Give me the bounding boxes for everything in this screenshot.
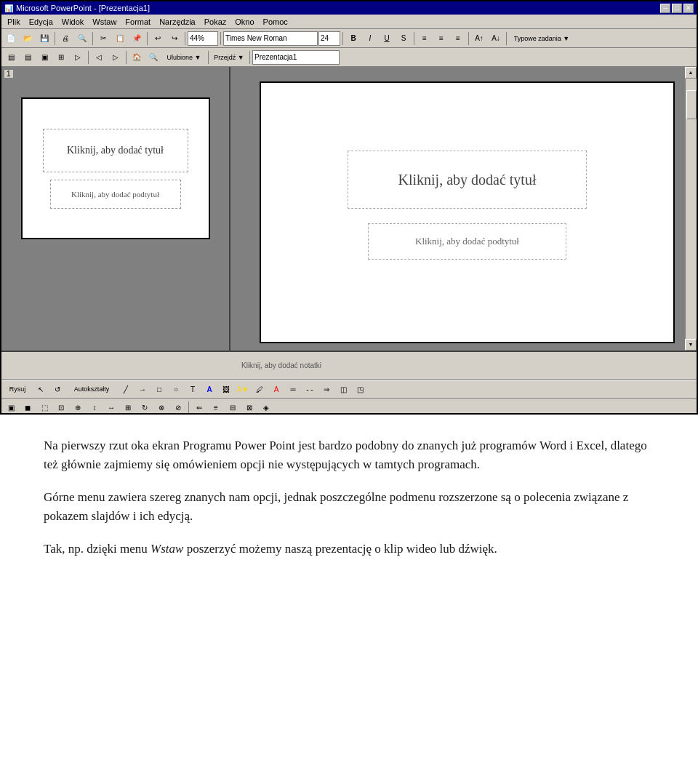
draw-menu-button[interactable]: Rysuj [3,381,32,397]
rotate-button[interactable]: ↺ [49,381,65,397]
line-style-button[interactable]: ═ [285,381,301,397]
decrease-font-button[interactable]: A↓ [488,31,504,47]
paragraph3-italic: Wstaw [151,542,183,556]
main-title-placeholder[interactable]: Kliknij, aby dodać tytuł [348,151,587,209]
close-button[interactable]: ✕ [683,4,694,13]
align-left-button[interactable]: ≡ [417,31,433,47]
dash-style-button[interactable]: - - [302,381,318,397]
rect-button[interactable]: □ [151,381,167,397]
search-button[interactable]: 🔍 [145,49,161,65]
save-button[interactable]: 💾 [36,31,52,47]
nav-back-button[interactable]: ◁ [91,49,107,65]
textbox-button[interactable]: T [185,381,201,397]
copy-button[interactable]: 📋 [112,31,128,47]
draw-btn2-1[interactable]: ▣ [3,400,19,415]
oval-button[interactable]: ○ [168,381,184,397]
open-button[interactable]: 📂 [20,31,36,47]
undo-button[interactable]: ↩ [150,31,166,47]
font-name-combo[interactable] [223,31,318,46]
main-subtitle-placeholder[interactable]: Kliknij, aby dodać podtytuł [368,223,566,260]
menu-widok[interactable]: Widok [57,16,89,28]
view-slide-button[interactable]: ▣ [36,49,52,65]
thumb-subtitle-placeholder[interactable]: Kliknij, aby dodać podtytuł [50,180,181,209]
draw-btn2-8[interactable]: ⊞ [120,400,136,415]
clipart-button[interactable]: 🖼 [218,381,234,397]
underline-button[interactable]: U [379,31,395,47]
title-bar-controls: ─ □ ✕ [660,4,694,13]
menu-format[interactable]: Format [121,16,155,28]
paste-button[interactable]: 📌 [129,31,145,47]
new-button[interactable]: 📄 [3,31,19,47]
align-right-button[interactable]: ≡ [450,31,466,47]
draw-btn2-4[interactable]: ⊡ [53,400,69,415]
menu-pomoc[interactable]: Pomoc [259,16,292,28]
redo-button[interactable]: ↪ [167,31,182,47]
draw-btn2-12[interactable]: ⇐ [191,400,207,415]
draw-btn2-5[interactable]: ⊕ [70,400,86,415]
goto-combo[interactable]: Przejdź ▼ [211,49,247,65]
separator3 [147,32,148,45]
draw-btn2-9[interactable]: ↻ [137,400,153,415]
draw-btn2-16[interactable]: ◈ [258,400,274,415]
thumb-title-placeholder[interactable]: Kliknij, aby dodać tytuł [43,129,188,172]
3d-button[interactable]: ◳ [352,381,368,397]
draw-btn2-6[interactable]: ↕ [87,400,103,415]
scrollbar-track[interactable] [685,79,697,339]
menu-wstaw[interactable]: Wstaw [88,16,121,28]
view-outline-button[interactable]: ▤ [20,49,36,65]
draw-btn2-15[interactable]: ⊠ [241,400,257,415]
draw-btn2-10[interactable]: ⊗ [153,400,169,415]
arrow-style-button[interactable]: ⇒ [318,381,334,397]
app-icon: 📊 [4,4,13,12]
wordart-button[interactable]: A [201,381,217,397]
typical-tasks-combo[interactable]: Typowe zadania ▼ [509,31,574,47]
menu-okno[interactable]: Okno [230,16,258,28]
favorites-combo[interactable]: Ulubione ▼ [162,49,206,65]
notes-area[interactable]: Kliknij, aby dodać notatki [1,351,697,380]
fill-color-button[interactable]: A▼ [235,381,251,397]
autoshapes-button[interactable]: Autokształty [66,381,117,397]
nav-fwd-button[interactable]: ▷ [108,49,124,65]
cut-button[interactable]: ✂ [95,31,111,47]
arrow-button[interactable]: → [135,381,151,397]
bold-button[interactable]: B [345,31,361,47]
menu-plik[interactable]: Plik [3,16,25,28]
view-sorter-button[interactable]: ⊞ [53,49,69,65]
scroll-up-button[interactable]: ▲ [685,67,697,79]
shadow-button[interactable]: S [396,31,412,47]
font-color-button[interactable]: A [268,381,284,397]
scrollbar-thumb[interactable] [686,90,697,119]
menu-narzedzia[interactable]: Narzędzia [155,16,200,28]
view-show-button[interactable]: ▷ [70,49,86,65]
align-center-button[interactable]: ≡ [433,31,449,47]
shadow-style-button[interactable]: ◫ [335,381,351,397]
maximize-button[interactable]: □ [672,4,682,13]
select-button[interactable]: ↖ [33,381,49,397]
zoom-combo[interactable] [188,31,218,46]
scroll-down-button[interactable]: ▼ [685,339,697,351]
draw-btn2-2[interactable]: ◼ [20,400,36,415]
draw-btn2-13[interactable]: ≡ [208,400,224,415]
view-normal-button[interactable]: ▤ [3,49,19,65]
minimize-button[interactable]: ─ [660,4,670,13]
draw-btn2-7[interactable]: ↔ [103,400,119,415]
slide-thumbnail[interactable]: Kliknij, aby dodać tytuł Kliknij, aby do… [21,97,210,239]
print-button[interactable]: 🖨 [57,31,73,47]
line-color-button[interactable]: 🖊 [252,381,268,397]
slide-canvas[interactable]: Kliknij, aby dodać tytuł Kliknij, aby do… [260,81,675,343]
preview-button[interactable]: 🔍 [74,31,90,47]
paragraph3-end: poszerzyć możemy naszą prezentację o kli… [183,542,497,556]
menu-pokaz[interactable]: Pokaz [200,16,231,28]
increase-font-button[interactable]: A↑ [471,31,487,47]
italic-button[interactable]: I [362,31,378,47]
separator9 [506,32,507,45]
home-button[interactable]: 🏠 [129,49,145,65]
line-button[interactable]: ╱ [118,381,134,397]
menu-edycja[interactable]: Edycja [25,16,57,28]
draw-btn2-3[interactable]: ⬚ [36,400,52,415]
separator-v2 [126,51,127,64]
address-bar[interactable] [252,50,340,65]
draw-btn2-11[interactable]: ⊘ [170,400,186,415]
font-size-combo[interactable] [318,31,340,46]
draw-btn2-14[interactable]: ⊟ [225,400,241,415]
